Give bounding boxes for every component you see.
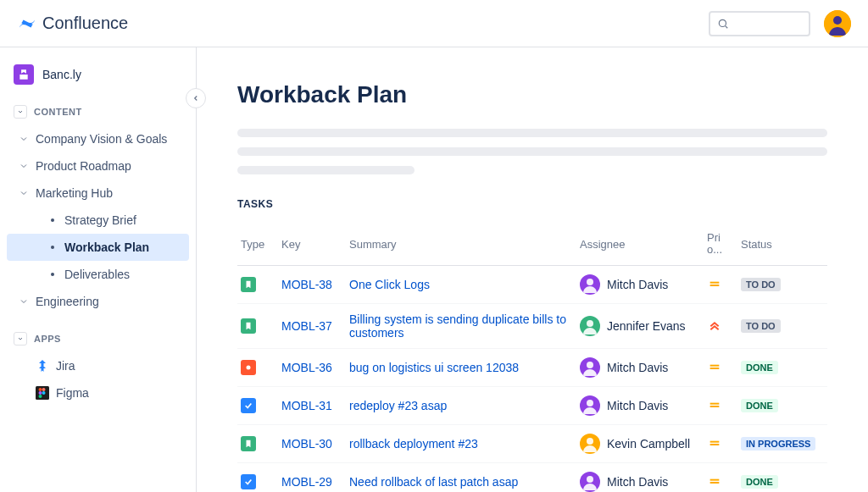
- app-label: Figma: [56, 386, 89, 400]
- nav-item[interactable]: Marketing Hub: [0, 180, 196, 207]
- nav-item[interactable]: Deliverables: [0, 261, 196, 288]
- nav-item[interactable]: Product Roadmap: [0, 152, 196, 180]
- table-row: MOBL-37Billing system is sending duplica…: [237, 303, 827, 348]
- app-item[interactable]: Jira: [0, 352, 196, 379]
- assignee-avatar: [580, 472, 600, 492]
- svg-point-9: [39, 395, 42, 398]
- issue-key[interactable]: MOBL-30: [281, 437, 332, 451]
- sidebar-collapse-button[interactable]: [186, 88, 206, 108]
- nav-item[interactable]: Workback Plan: [7, 234, 189, 261]
- jira-icon: [36, 359, 49, 373]
- main-content: Workback Plan TASKS Type Key Summary Ass…: [197, 47, 868, 492]
- col-priority[interactable]: Pri o...: [700, 224, 734, 265]
- assignee-cell[interactable]: Mitch Davis: [580, 395, 693, 416]
- issue-type-icon: [241, 436, 256, 451]
- status-badge[interactable]: TO DO: [741, 278, 781, 291]
- issue-key[interactable]: MOBL-31: [281, 399, 332, 412]
- table-row: MOBL-30rollback deployment #23Kevin Camp…: [237, 424, 827, 462]
- tasks-table: Type Key Summary Assignee Pri o... Statu…: [237, 224, 827, 492]
- assignee-cell[interactable]: Mitch Davis: [580, 357, 693, 378]
- nav-label: Deliverables: [64, 268, 130, 281]
- issue-summary[interactable]: bug on logistics ui screen 12038: [349, 361, 519, 374]
- assignee-avatar: [580, 316, 600, 336]
- chevron-down-icon: [19, 188, 29, 198]
- bullet-icon: [51, 218, 54, 222]
- content-section-header[interactable]: CONTENT: [0, 98, 196, 125]
- table-row: MOBL-29Need rollback of last patch asapM…: [237, 462, 827, 492]
- svg-point-13: [587, 320, 593, 327]
- status-badge[interactable]: DONE: [741, 399, 778, 412]
- issue-summary[interactable]: Billing system is sending duplicate bill…: [349, 312, 566, 340]
- nav-label: Strategy Brief: [64, 213, 136, 227]
- status-badge[interactable]: IN PROGRESS: [741, 437, 815, 451]
- svg-point-6: [42, 388, 46, 391]
- priority-icon: [707, 359, 722, 374]
- space-header[interactable]: Banc.ly: [0, 61, 196, 98]
- issue-summary[interactable]: redeploy #23 asap: [349, 399, 447, 412]
- col-assignee[interactable]: Assignee: [573, 224, 700, 265]
- assignee-name: Jennifer Evans: [607, 319, 686, 333]
- figma-icon: [36, 386, 49, 400]
- table-row: MOBL-38One Click LogsMitch DavisTO DO: [237, 265, 827, 303]
- section-toggle-icon: [14, 332, 27, 346]
- col-key[interactable]: Key: [275, 224, 342, 265]
- user-avatar[interactable]: [824, 10, 851, 37]
- search-icon: [717, 18, 729, 30]
- issue-key[interactable]: MOBL-29: [281, 475, 332, 489]
- issue-type-icon: [241, 398, 256, 413]
- avatar-icon: [824, 10, 851, 37]
- issue-type-icon: [241, 474, 256, 489]
- priority-icon: [707, 473, 722, 489]
- svg-point-14: [247, 365, 251, 369]
- svg-point-8: [42, 391, 46, 395]
- page-title: Workback Plan: [237, 81, 827, 108]
- nav-item[interactable]: Company Vision & Goals: [0, 125, 196, 152]
- space-icon: [14, 64, 34, 85]
- status-badge[interactable]: TO DO: [741, 319, 781, 333]
- col-type[interactable]: Type: [237, 224, 275, 265]
- assignee-cell[interactable]: Kevin Campbell: [580, 434, 693, 454]
- priority-icon: [707, 435, 722, 451]
- col-summary[interactable]: Summary: [342, 224, 573, 265]
- chevron-left-icon: [192, 94, 200, 102]
- nav-label: Workback Plan: [64, 240, 149, 254]
- status-badge[interactable]: DONE: [741, 475, 778, 489]
- svg-line-1: [726, 25, 728, 28]
- assignee-cell[interactable]: Mitch Davis: [580, 274, 693, 295]
- chevron-down-icon: [19, 161, 29, 171]
- svg-point-5: [39, 388, 42, 391]
- search-input[interactable]: [709, 11, 810, 36]
- assignee-avatar: [580, 434, 600, 454]
- assignee-name: Mitch Davis: [607, 399, 668, 412]
- svg-point-21: [587, 438, 593, 445]
- col-status[interactable]: Status: [734, 224, 827, 265]
- assignee-cell[interactable]: Jennifer Evans: [580, 316, 693, 336]
- content-label: CONTENT: [34, 107, 82, 117]
- issue-key[interactable]: MOBL-36: [281, 361, 332, 374]
- assignee-name: Mitch Davis: [607, 361, 668, 374]
- status-badge[interactable]: DONE: [741, 361, 778, 374]
- chevron-down-icon: [19, 296, 29, 307]
- placeholder-text: [237, 129, 827, 137]
- priority-icon: [707, 318, 722, 333]
- apps-section-header[interactable]: APPS: [0, 325, 196, 352]
- issue-summary[interactable]: One Click Logs: [349, 278, 430, 291]
- issue-summary[interactable]: rollback deployment #23: [349, 437, 478, 451]
- issue-key[interactable]: MOBL-37: [281, 319, 332, 333]
- nav-label: Product Roadmap: [36, 159, 131, 173]
- assignee-avatar: [580, 357, 600, 378]
- logo[interactable]: Confluence: [17, 14, 128, 34]
- nav-item[interactable]: Engineering: [0, 288, 196, 315]
- bullet-icon: [51, 246, 54, 249]
- nav-item[interactable]: Strategy Brief: [0, 207, 196, 234]
- app-item[interactable]: Figma: [0, 379, 196, 406]
- section-toggle-icon: [14, 105, 27, 119]
- assignee-name: Mitch Davis: [607, 278, 668, 291]
- space-name: Banc.ly: [42, 68, 81, 81]
- placeholder-text: [237, 166, 415, 174]
- issue-summary[interactable]: Need rollback of last patch asap: [349, 475, 518, 489]
- chevron-down-icon: [19, 134, 29, 144]
- issue-key[interactable]: MOBL-38: [281, 278, 332, 291]
- layout: Banc.ly CONTENT Company Vision & GoalsPr…: [0, 47, 868, 492]
- assignee-cell[interactable]: Mitch Davis: [580, 472, 693, 492]
